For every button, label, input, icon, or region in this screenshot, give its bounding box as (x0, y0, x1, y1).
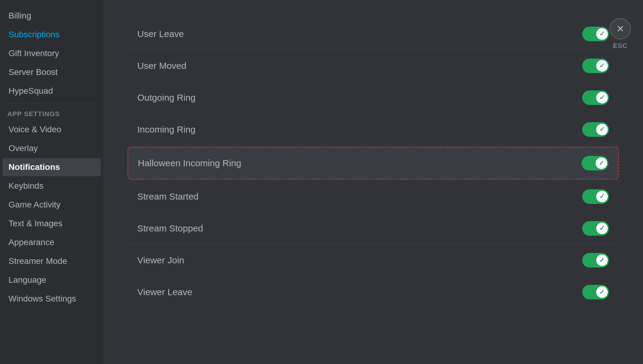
close-button[interactable]: ✕ (610, 18, 631, 39)
main-content: User Leave ✓ User Moved ✓ Outgoing Ring … (103, 0, 643, 364)
setting-label-user-leave: User Leave (137, 29, 184, 39)
toggle-user-leave[interactable]: ✓ (582, 27, 609, 41)
sidebar-item-notifications[interactable]: Notifications (2, 158, 101, 176)
setting-row-stream-started: Stream Started ✓ (128, 181, 619, 213)
setting-label-viewer-leave: Viewer Leave (137, 287, 192, 297)
app-settings-label: APP SETTINGS (2, 106, 101, 120)
setting-row-viewer-leave: Viewer Leave ✓ (128, 276, 619, 308)
toggle-check-icon-stream-stopped: ✓ (599, 225, 605, 232)
toggle-track-user-leave[interactable]: ✓ (582, 27, 609, 41)
toggle-track-incoming-ring[interactable]: ✓ (582, 122, 609, 137)
setting-label-stream-started: Stream Started (137, 191, 199, 202)
setting-row-halloween-incoming-ring: Halloween Incoming Ring ✓ (128, 147, 619, 180)
setting-row-viewer-join: Viewer Join ✓ (128, 244, 619, 276)
toggle-check-icon-outgoing-ring: ✓ (599, 94, 605, 101)
sidebar-item-appearance[interactable]: Appearance (2, 233, 101, 251)
toggle-check-icon-incoming-ring: ✓ (599, 126, 605, 133)
setting-row-user-moved: User Moved ✓ (128, 50, 619, 82)
setting-label-viewer-join: Viewer Join (137, 255, 184, 265)
sidebar-item-hypesquad[interactable]: HypeSquad (2, 82, 101, 100)
toggle-check-icon-halloween-incoming-ring: ✓ (599, 160, 604, 167)
sidebar-item-server-boost[interactable]: Server Boost (2, 63, 101, 81)
toggle-track-viewer-leave[interactable]: ✓ (582, 285, 609, 299)
setting-label-user-moved: User Moved (137, 61, 186, 71)
toggle-thumb-outgoing-ring: ✓ (596, 92, 608, 103)
esc-label: ESC (613, 42, 628, 50)
setting-row-user-leave: User Leave ✓ (128, 18, 619, 50)
setting-label-halloween-incoming-ring: Halloween Incoming Ring (138, 158, 241, 168)
toggle-check-icon-user-moved: ✓ (599, 62, 605, 69)
toggle-viewer-leave[interactable]: ✓ (582, 285, 609, 299)
sidebar: Billing Subscriptions Gift Inventory Ser… (0, 0, 103, 364)
sidebar-item-subscriptions[interactable]: Subscriptions (2, 25, 101, 44)
toggle-track-halloween-incoming-ring[interactable]: ✓ (582, 156, 608, 170)
sidebar-item-billing[interactable]: Billing (2, 7, 101, 25)
setting-label-outgoing-ring: Outgoing Ring (137, 93, 196, 103)
sidebar-item-keybinds[interactable]: Keybinds (2, 177, 101, 195)
toggle-outgoing-ring[interactable]: ✓ (582, 90, 609, 105)
setting-row-stream-stopped: Stream Stopped ✓ (128, 213, 619, 244)
toggle-track-user-moved[interactable]: ✓ (582, 59, 609, 73)
setting-row-outgoing-ring: Outgoing Ring ✓ (128, 82, 619, 114)
sidebar-item-gift-inventory[interactable]: Gift Inventory (2, 44, 101, 62)
toggle-thumb-user-moved: ✓ (596, 60, 608, 72)
toggle-halloween-incoming-ring[interactable]: ✓ (582, 156, 608, 170)
toggle-check-icon-user-leave: ✓ (599, 31, 605, 37)
toggle-thumb-viewer-leave: ✓ (596, 286, 608, 298)
toggle-track-outgoing-ring[interactable]: ✓ (582, 90, 609, 105)
toggle-check-icon-viewer-join: ✓ (599, 257, 605, 264)
toggle-stream-started[interactable]: ✓ (582, 189, 609, 204)
toggle-thumb-viewer-join: ✓ (596, 254, 608, 266)
setting-row-incoming-ring: Incoming Ring ✓ (128, 114, 619, 146)
sidebar-item-overlay[interactable]: Overlay (2, 139, 101, 157)
toggle-thumb-incoming-ring: ✓ (596, 124, 608, 135)
toggle-check-icon-stream-started: ✓ (599, 193, 605, 200)
toggle-user-moved[interactable]: ✓ (582, 59, 609, 73)
sidebar-item-game-activity[interactable]: Game Activity (2, 196, 101, 214)
toggle-track-viewer-join[interactable]: ✓ (582, 253, 609, 268)
toggle-thumb-halloween-incoming-ring: ✓ (596, 157, 607, 169)
close-area: ✕ ESC (610, 18, 631, 50)
toggle-check-icon-viewer-leave: ✓ (599, 289, 605, 295)
setting-label-incoming-ring: Incoming Ring (137, 124, 196, 135)
toggle-viewer-join[interactable]: ✓ (582, 253, 609, 268)
toggle-thumb-user-leave: ✓ (596, 28, 608, 40)
toggle-thumb-stream-stopped: ✓ (596, 223, 608, 234)
sidebar-item-windows-settings[interactable]: Windows Settings (2, 290, 101, 308)
sidebar-divider (7, 103, 96, 103)
sidebar-item-text-images[interactable]: Text & Images (2, 214, 101, 233)
toggle-incoming-ring[interactable]: ✓ (582, 122, 609, 137)
setting-label-stream-stopped: Stream Stopped (137, 223, 203, 234)
close-icon: ✕ (616, 23, 624, 35)
sidebar-item-language[interactable]: Language (2, 271, 101, 289)
toggle-track-stream-started[interactable]: ✓ (582, 189, 609, 204)
sidebar-item-streamer-mode[interactable]: Streamer Mode (2, 252, 101, 270)
toggle-stream-stopped[interactable]: ✓ (582, 221, 609, 236)
sidebar-item-voice-video[interactable]: Voice & Video (2, 120, 101, 139)
toggle-track-stream-stopped[interactable]: ✓ (582, 221, 609, 236)
toggle-thumb-stream-started: ✓ (596, 191, 608, 202)
